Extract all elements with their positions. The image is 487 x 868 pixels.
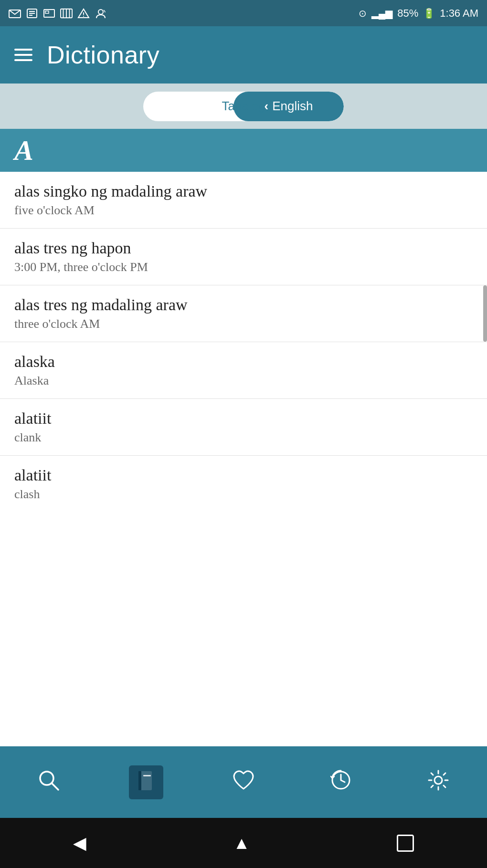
dict-word-3: alaska (14, 353, 473, 371)
notification-icon-4 (60, 8, 73, 19)
svg-line-16 (52, 783, 58, 790)
dict-translation-3: Alaska (14, 374, 473, 388)
time-display: 1:36 AM (440, 7, 478, 20)
battery-percentage: 85% (397, 7, 418, 20)
section-header-a: A (0, 129, 487, 172)
dict-word-2: alas tres ng madaling araw (14, 296, 473, 314)
language-toggle-container: Tagalog ‹ English (0, 84, 487, 129)
android-recent-button[interactable] (397, 835, 414, 852)
signal-icon: ▂▄▆ (371, 8, 392, 19)
nav-history-button[interactable] (317, 768, 365, 796)
heart-nav-icon (231, 768, 256, 796)
dict-item-2[interactable]: alas tres ng madaling araw three o'clock… (0, 285, 487, 342)
search-nav-icon (36, 768, 61, 796)
dict-translation-5: clash (14, 487, 473, 502)
dictionary-list: alas singko ng madaling araw five o'cloc… (0, 172, 487, 746)
status-icons-left (9, 8, 107, 19)
svg-rect-20 (143, 775, 151, 776)
status-info-right: ⊙ ▂▄▆ 85% 🔋 1:36 AM (359, 7, 478, 20)
nav-book-button[interactable] (122, 765, 170, 799)
notification-icon-2 (26, 8, 38, 19)
book-nav-icon (129, 765, 163, 799)
dict-item-3[interactable]: alaska Alaska (0, 342, 487, 399)
dict-word-4: alatiit (14, 409, 473, 428)
nav-favorites-button[interactable] (220, 768, 267, 796)
svg-point-22 (434, 776, 442, 784)
android-home-button[interactable]: ▲ (233, 833, 250, 853)
tagalog-option[interactable]: Tagalog (143, 99, 344, 114)
app-bar: Dictionary (0, 26, 487, 84)
dict-translation-2: three o'clock AM (14, 317, 473, 331)
language-toggle[interactable]: Tagalog ‹ English (143, 92, 344, 121)
notification-icon-5 (77, 8, 90, 19)
hamburger-line-2 (14, 54, 32, 56)
svg-point-14 (98, 10, 103, 14)
notification-icon-1 (9, 8, 21, 19)
notification-icon-3 (43, 8, 55, 19)
dict-translation-4: clank (14, 430, 473, 445)
settings-nav-icon (426, 768, 451, 796)
dict-item-4[interactable]: alatiit clank (0, 399, 487, 456)
dict-word-0: alas singko ng madaling araw (14, 182, 473, 200)
hamburger-menu-button[interactable] (14, 49, 32, 61)
status-circle-icon: ⊙ (359, 8, 367, 19)
battery-icon: 🔋 (423, 8, 435, 19)
svg-rect-19 (138, 771, 141, 790)
svg-point-13 (83, 16, 84, 17)
dict-translation-1: 3:00 PM, three o'clock PM (14, 260, 473, 274)
hamburger-line-1 (14, 49, 32, 51)
status-bar: ⊙ ▂▄▆ 85% 🔋 1:36 AM (0, 0, 487, 26)
history-nav-icon (328, 768, 353, 796)
dict-item-0[interactable]: alas singko ng madaling araw five o'cloc… (0, 172, 487, 229)
section-letter: A (14, 134, 33, 167)
dict-item-5[interactable]: alatiit clash (0, 456, 487, 512)
svg-rect-6 (45, 11, 49, 13)
app-title: Dictionary (47, 41, 159, 69)
hamburger-line-3 (14, 59, 32, 61)
dict-item-1[interactable]: alas tres ng hapon 3:00 PM, three o'cloc… (0, 229, 487, 285)
android-nav-bar: ◀ ▲ (0, 818, 487, 868)
bottom-navigation (0, 746, 487, 818)
nav-settings-button[interactable] (414, 768, 462, 796)
android-back-button[interactable]: ◀ (73, 833, 86, 853)
nav-search-button[interactable] (25, 768, 73, 796)
dict-word-5: alatiit (14, 466, 473, 484)
notification-icon-6 (95, 8, 107, 19)
dict-word-1: alas tres ng hapon (14, 239, 473, 257)
dict-translation-0: five o'clock AM (14, 203, 473, 218)
